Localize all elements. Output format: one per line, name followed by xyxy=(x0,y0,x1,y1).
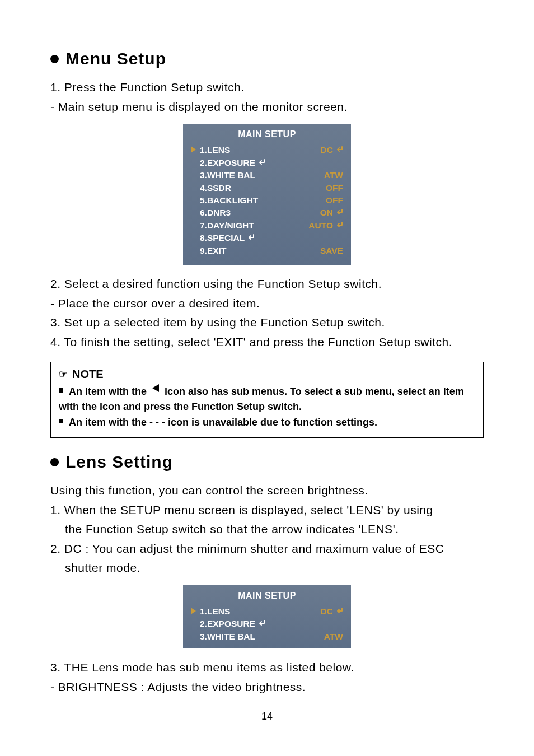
menu-row: 3.WHITE BALATW xyxy=(191,631,343,643)
menu-row: 1.LENSDC xyxy=(191,144,343,156)
menu-item-value: DC xyxy=(321,144,343,156)
note-box: ☞ NOTE An item with the icon also has su… xyxy=(50,362,484,438)
menu-row: 8.SPECIAL xyxy=(191,232,343,244)
text-line: 2. Select a desired function using the F… xyxy=(50,275,484,293)
cursor-cell xyxy=(191,144,200,156)
triangle-left-icon xyxy=(152,384,159,392)
text-line: 3. Set up a selected item by using the F… xyxy=(50,314,484,332)
menu-rows: 1.LENSDC 2.EXPOSURE 3.WHITE BALATW4.SSDR… xyxy=(191,144,343,257)
pointing-hand-icon: ☞ xyxy=(59,368,68,380)
text-line: 2. DC : You can adjust the minimum shutt… xyxy=(50,540,484,558)
menu-item-label: 2.EXPOSURE xyxy=(200,618,265,630)
section2-body: Using this function, you can control the… xyxy=(50,482,484,577)
menu-row: 4.SSDROFF xyxy=(191,182,343,194)
note-body: An item with the icon also has sub menus… xyxy=(59,384,475,431)
menu-item-label: 8.SPECIAL xyxy=(200,232,255,244)
heading-text: Menu Setup xyxy=(65,49,166,68)
menu-item-value: ATW xyxy=(324,169,343,181)
instructions-block: 2. Select a desired function using the F… xyxy=(50,275,484,351)
enter-icon xyxy=(257,618,265,630)
square-bullet-icon xyxy=(59,419,63,423)
enter-icon xyxy=(247,232,255,244)
enter-icon xyxy=(335,605,343,618)
menu-row: 2.EXPOSURE xyxy=(191,618,343,630)
text-line: the Function Setup switch so that the ar… xyxy=(50,520,484,539)
menu-title: MAIN SETUP xyxy=(191,591,343,601)
menu-item-value: OFF xyxy=(326,182,343,194)
menu-item-label: 3.WHITE BAL xyxy=(200,631,255,643)
enter-icon xyxy=(335,207,343,219)
text-line: Using this function, you can control the… xyxy=(50,482,484,500)
page-number: 14 xyxy=(0,711,534,722)
note-heading: ☞ NOTE xyxy=(59,368,475,381)
menu-item-value: AUTO xyxy=(308,220,343,232)
menu-title: MAIN SETUP xyxy=(191,129,343,139)
menu-item-value: ON xyxy=(320,207,343,219)
note-heading-text: NOTE xyxy=(72,368,104,381)
menu-item-label: 9.EXIT xyxy=(200,245,226,257)
text-line: 3. THE Lens mode has sub menu items as l… xyxy=(50,659,484,677)
note-text: with the icon and press the Function Set… xyxy=(59,399,475,415)
menu-item-label: 2.EXPOSURE xyxy=(200,157,265,169)
text-line: 1. Press the Function Setup switch. xyxy=(50,78,484,97)
menu-item-label: 5.BACKLIGHT xyxy=(200,194,258,207)
text-line: 1. When the SETUP menu screen is display… xyxy=(50,501,484,520)
text-line: - Place the cursor over a desired item. xyxy=(50,295,484,313)
menu-item-label: 4.SSDR xyxy=(200,182,231,194)
note-text: icon also has sub menus. To select a sub… xyxy=(165,384,464,400)
section-heading-menu-setup: Menu Setup xyxy=(50,49,484,68)
text-line: shutter mode. xyxy=(50,559,484,577)
triangle-right-icon xyxy=(191,146,196,153)
menu-row: 2.EXPOSURE xyxy=(191,157,343,169)
menu-row: 1.LENSDC xyxy=(191,605,343,618)
menu-row: 7.DAY/NIGHTAUTO xyxy=(191,220,343,232)
cursor-cell xyxy=(191,605,200,618)
heading-text: Lens Setting xyxy=(65,452,173,472)
note-text: An item with the - - - icon is unavailab… xyxy=(69,415,377,431)
menu-row: 3.WHITE BALATW xyxy=(191,169,343,181)
main-setup-menu: MAIN SETUP 1.LENSDC 2.EXPOSURE 3.WHITE B… xyxy=(183,124,351,265)
section-heading-lens-setting: Lens Setting xyxy=(50,452,484,472)
enter-icon xyxy=(257,157,265,169)
menu-item-label: 1.LENS xyxy=(200,605,230,618)
menu-item-value: SAVE xyxy=(320,245,343,257)
menu-item-value: DC xyxy=(321,605,343,618)
menu-row: 5.BACKLIGHTOFF xyxy=(191,194,343,207)
menu-item-value: OFF xyxy=(326,194,343,207)
menu-rows: 1.LENSDC 2.EXPOSURE 3.WHITE BALATW xyxy=(191,605,343,643)
menu-item-label: 1.LENS xyxy=(200,144,230,156)
section1-body: 1. Press the Function Setup switch. - Ma… xyxy=(50,78,484,116)
square-bullet-icon xyxy=(59,388,63,393)
menu-row: 6.DNR3ON xyxy=(191,207,343,219)
note-text: An item with the xyxy=(69,384,147,400)
menu-item-label: 6.DNR3 xyxy=(200,207,231,219)
menu-item-value: ATW xyxy=(324,631,343,643)
enter-icon xyxy=(335,220,343,232)
menu-item-label: 7.DAY/NIGHT xyxy=(200,220,254,232)
enter-icon xyxy=(335,144,343,156)
bullet-icon xyxy=(50,458,59,466)
menu-item-label: 3.WHITE BAL xyxy=(200,169,255,181)
text-line: - Main setup menu is displayed on the mo… xyxy=(50,98,484,116)
menu-row: 9.EXITSAVE xyxy=(191,245,343,257)
bottom-body: 3. THE Lens mode has sub menu items as l… xyxy=(50,659,484,696)
text-line: - BRIGHTNESS : Adjusts the video brightn… xyxy=(50,678,484,697)
text-line: 4. To finish the setting, select 'EXIT' … xyxy=(50,333,484,352)
main-setup-menu-small: MAIN SETUP 1.LENSDC 2.EXPOSURE 3.WHITE B… xyxy=(183,585,351,648)
triangle-right-icon xyxy=(191,608,196,614)
bullet-icon xyxy=(50,55,59,63)
